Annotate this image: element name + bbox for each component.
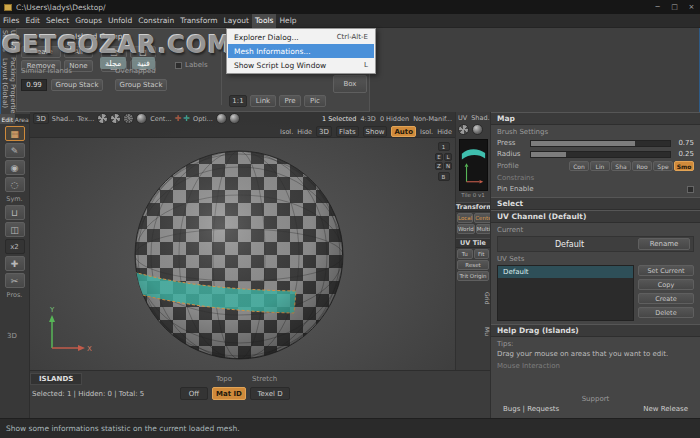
texel-density-button[interactable]: Texel D — [250, 387, 290, 400]
corner-z-button[interactable]: Z — [435, 162, 443, 170]
viewport-3d[interactable]: 3D Shad... Tex... Cent... ✛ ✛ Opti... — [30, 112, 455, 370]
3d-toggle[interactable]: 3D — [316, 126, 332, 137]
profile-con-button[interactable]: Con — [569, 161, 589, 171]
pic-button[interactable]: Pic — [304, 95, 326, 107]
maximize-button[interactable]: □ — [666, 0, 683, 14]
menu-transform[interactable]: Transform — [177, 14, 220, 28]
multi-button[interactable]: Multi — [476, 224, 491, 234]
box-button[interactable]: Box — [333, 75, 367, 93]
menu-item-explorer-dialog[interactable]: Explorer Dialog... Ctrl-Alt-E — [228, 30, 374, 44]
group-stack-button[interactable]: Group Stack — [51, 79, 103, 91]
bugs-requests-link[interactable]: Bugs | Requests — [503, 405, 559, 413]
viewport-3d-canvas[interactable]: Y X — [30, 112, 455, 370]
center-cursor-icon[interactable]: ✛ — [183, 115, 190, 123]
stretch-label[interactable]: Stretch — [252, 375, 277, 383]
sphere-flat-icon[interactable] — [229, 113, 240, 124]
sphere-checker-icon[interactable] — [97, 113, 108, 124]
menu-constrain[interactable]: Constrain — [135, 14, 177, 28]
press-slider[interactable] — [530, 140, 671, 147]
weld-icon[interactable]: ✚ — [5, 256, 25, 271]
split-islands-icon[interactable]: ▨ — [130, 46, 156, 58]
link-button[interactable]: Link — [250, 95, 276, 107]
menu-unfold[interactable]: Unfold — [105, 14, 135, 28]
show-toggle[interactable]: Show — [363, 126, 388, 137]
sphere-smooth-icon[interactable] — [216, 113, 227, 124]
sphere-wireframe-icon[interactable] — [123, 113, 134, 124]
menu-tools[interactable]: Tools — [252, 14, 276, 28]
profile-sha-button[interactable]: Sha — [611, 161, 631, 171]
labels-toggle[interactable]: Labels — [175, 61, 208, 69]
uv-mini-viewport[interactable] — [459, 139, 488, 191]
brush-icon[interactable]: ◉ — [5, 160, 25, 175]
minimize-button[interactable]: ─ — [649, 0, 666, 14]
all-groups-button[interactable]: All — [64, 46, 93, 58]
menu-files[interactable]: Files — [0, 14, 22, 28]
profile-roo-button[interactable]: Roo — [632, 161, 652, 171]
tab-unfold[interactable]: Unfold — [9, 30, 16, 51]
local-button[interactable]: Local — [457, 213, 473, 223]
rename-button[interactable]: Rename — [638, 238, 690, 250]
sphere-shaded-icon[interactable] — [136, 113, 147, 124]
tile-1-button[interactable]: 1 — [438, 142, 450, 151]
profile-lin-button[interactable]: Lin — [590, 161, 610, 171]
uv-channel-section-header[interactable]: UV Channel (Default) — [491, 210, 700, 223]
pin-enable-checkbox[interactable] — [687, 186, 694, 193]
corner-b-button[interactable]: B — [438, 172, 450, 181]
isolate-toggle[interactable]: Isol. — [280, 128, 293, 136]
magnet-icon[interactable]: ⊔ — [5, 205, 25, 220]
similar-islands-value[interactable]: 0.99 — [21, 79, 47, 91]
map-section-header[interactable]: Map — [491, 112, 700, 125]
options-label[interactable]: Opti... — [193, 115, 213, 123]
new-release-link[interactable]: New Release — [643, 405, 688, 413]
merge-islands-icon[interactable]: ▧ — [101, 46, 127, 58]
mode-3d-button[interactable]: 3D — [33, 113, 49, 124]
fit-button[interactable]: Fit — [474, 249, 490, 259]
init-origin-button[interactable]: Trit Origin — [457, 271, 489, 281]
corner-e-button[interactable]: E — [435, 153, 443, 161]
reset-button[interactable]: Reset — [457, 260, 489, 270]
x2-button[interactable]: x2 — [5, 239, 25, 254]
flats-toggle[interactable]: Flats — [336, 126, 359, 137]
menu-item-mesh-informations[interactable]: Mesh Informations... — [228, 44, 374, 58]
menu-help[interactable]: Help — [276, 14, 299, 28]
center-pivot-icon[interactable]: ✛ — [175, 115, 182, 123]
ratio-1-1-button[interactable]: 1:1 — [229, 95, 247, 107]
radius-slider[interactable] — [530, 151, 671, 158]
create-group-button[interactable]: Create — [21, 46, 61, 58]
create-button[interactable]: Create — [638, 293, 694, 304]
pencil-icon[interactable]: ✎ — [5, 143, 25, 158]
tab-edit[interactable]: Edit — [0, 114, 15, 124]
pre-button[interactable]: Pre — [279, 95, 301, 107]
corner-n-button[interactable]: N — [444, 162, 452, 170]
uv-sets-list[interactable]: Default — [497, 265, 634, 321]
group-stack-overlapped-button[interactable]: Group Stack — [115, 79, 167, 91]
hide-toggle[interactable]: Hide — [297, 128, 312, 136]
delete-button[interactable]: Delete — [638, 307, 694, 318]
uv-checker-sphere-icon[interactable] — [458, 124, 469, 135]
menu-select[interactable]: Select — [43, 14, 72, 28]
uv-shaded-sphere-icon[interactable] — [472, 124, 483, 135]
uv-label[interactable]: UV — [458, 114, 467, 122]
mirror-icon[interactable]: ◫ — [5, 222, 25, 237]
auto-toggle[interactable]: Auto — [391, 126, 416, 137]
center-label[interactable]: Cent... — [150, 115, 171, 123]
copy-button[interactable]: Copy — [638, 279, 694, 290]
islands-tab[interactable]: ISLANDS — [30, 373, 82, 385]
menu-groups[interactable]: Groups — [72, 14, 105, 28]
off-button[interactable]: Off — [180, 387, 208, 400]
labels-checkbox[interactable] — [175, 62, 182, 69]
profile-smo-button[interactable]: Smo — [674, 161, 694, 171]
lasso-icon[interactable]: ◌ — [5, 177, 25, 192]
cut-icon[interactable]: ✂ — [5, 273, 25, 288]
shading-label[interactable]: Shad... — [52, 115, 75, 123]
mat-id-button[interactable]: Mat ID — [212, 387, 246, 400]
tile-u-button[interactable]: Tu — [457, 249, 473, 259]
grid-select-icon[interactable]: ▦ — [5, 126, 25, 141]
corner-l-button[interactable]: L — [444, 153, 452, 161]
tab-area[interactable]: Area — [15, 114, 30, 124]
help-drag-section-header[interactable]: Help Drag (Islands) — [491, 324, 700, 337]
isolate-toggle-2[interactable]: Isol. — [420, 128, 433, 136]
tab-packing-properties[interactable]: Packing Properties (Gl — [9, 57, 16, 114]
menu-layout[interactable]: Layout — [220, 14, 252, 28]
hide-toggle-2[interactable]: Hide — [437, 128, 452, 136]
